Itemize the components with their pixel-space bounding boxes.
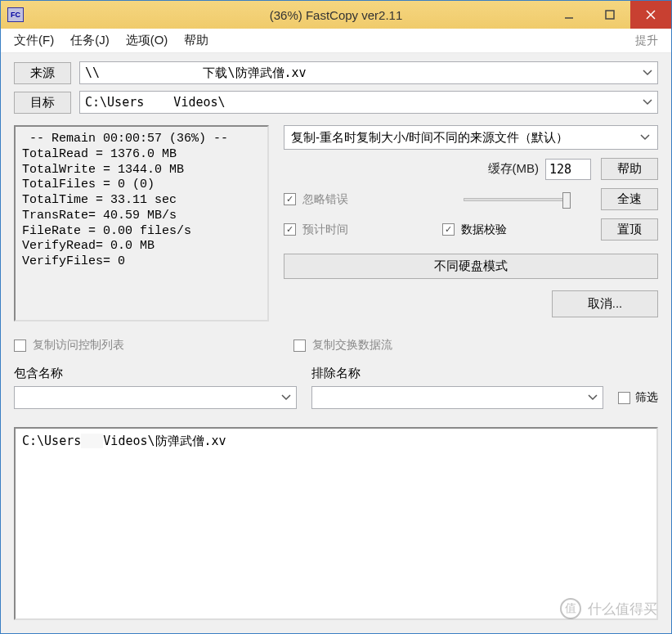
app-icon: FC: [7, 7, 24, 22]
topmost-button[interactable]: 置顶: [601, 218, 658, 241]
menu-options[interactable]: 选项(O): [118, 29, 177, 52]
cache-input[interactable]: [545, 159, 591, 180]
dest-button[interactable]: 目标: [14, 92, 71, 114]
altstream-checkbox: 复制交换数据流: [293, 338, 392, 353]
include-input[interactable]: [14, 386, 297, 409]
dest-dropdown-icon[interactable]: [638, 92, 656, 112]
menu-upgrade[interactable]: 提升: [627, 30, 666, 52]
watermark: 值 什么值得买: [560, 598, 657, 619]
include-label: 包含名称: [14, 366, 297, 381]
help-button[interactable]: 帮助: [601, 158, 658, 180]
dest-input[interactable]: [79, 91, 658, 114]
svg-rect-1: [606, 11, 614, 19]
exclude-label: 排除名称: [311, 366, 603, 381]
maximize-button[interactable]: [589, 1, 630, 29]
menu-help[interactable]: 帮助: [176, 29, 217, 52]
copy-mode-dropdown-icon: [636, 128, 654, 147]
titlebar: FC (36%) FastCopy ver2.11: [1, 1, 671, 29]
exclude-input[interactable]: [311, 386, 603, 409]
diff-disk-mode-button[interactable]: 不同硬盘模式: [284, 254, 658, 279]
verify-checkbox[interactable]: ✓数据校验: [442, 223, 591, 237]
minimize-button[interactable]: [549, 1, 589, 29]
estimate-time-checkbox: ✓预计时间: [284, 223, 432, 237]
include-dropdown-icon[interactable]: [277, 388, 295, 407]
exclude-dropdown-icon[interactable]: [584, 388, 602, 407]
close-button[interactable]: [630, 1, 671, 29]
speed-slider[interactable]: [464, 198, 570, 201]
menu-task[interactable]: 任务(J): [62, 29, 118, 52]
menu-file[interactable]: 文件(F): [6, 29, 62, 52]
watermark-icon: 值: [560, 598, 581, 619]
acl-checkbox: 复制访问控制列表: [14, 338, 269, 353]
log-panel: C:\UsersXXXVideos\防弹武僧.xv: [14, 427, 658, 620]
cache-label: 缓存(MB): [488, 161, 540, 177]
copy-mode-combo[interactable]: 复制-重名时复制大小/时间不同的来源文件（默认）: [284, 125, 658, 150]
source-dropdown-icon[interactable]: [638, 63, 656, 83]
filter-toggle-checkbox[interactable]: 筛选: [618, 386, 658, 409]
fullspeed-button[interactable]: 全速: [601, 188, 658, 210]
ignore-errors-checkbox: ✓忽略错误: [284, 192, 432, 207]
menubar: 文件(F) 任务(J) 选项(O) 帮助 提升: [1, 29, 671, 53]
cancel-button[interactable]: 取消...: [552, 290, 658, 317]
copy-mode-value: 复制-重名时复制大小/时间不同的来源文件（默认）: [291, 130, 568, 146]
status-panel: -- Remain 00:00:57 (36%) -- TotalRead = …: [14, 125, 269, 321]
watermark-text: 什么值得买: [588, 600, 657, 618]
source-button[interactable]: 来源: [14, 62, 71, 84]
source-input[interactable]: [79, 61, 658, 84]
